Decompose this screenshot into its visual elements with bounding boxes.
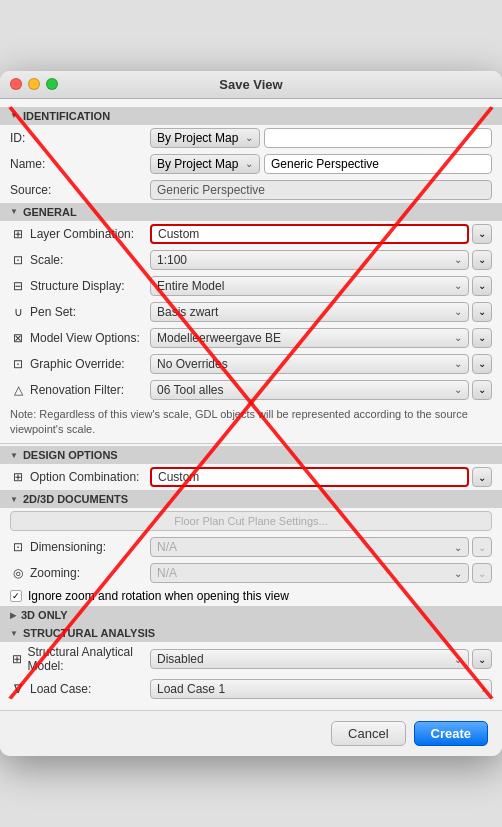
modelview-control: Modelleerweergave BE ⌄ ⌄: [150, 328, 492, 348]
zooming-row: ◎ Zooming: N/A ⌄ ⌄: [0, 560, 502, 586]
structure-control: Entire Model ⌄ ⌄: [150, 276, 492, 296]
layer-label: ⊞ Layer Combination:: [10, 227, 150, 241]
id-dropdown[interactable]: By Project Map ⌄: [150, 128, 260, 148]
dimensioning-select-group: N/A ⌄ ⌄: [150, 537, 492, 557]
modelview-dropdown[interactable]: Modelleerweergave BE ⌄: [150, 328, 469, 348]
section-triangle-identification[interactable]: ▼: [10, 111, 18, 120]
ignore-zoom-label: Ignore zoom and rotation when opening th…: [28, 589, 289, 603]
analytical-dropdown-btn[interactable]: ⌄: [472, 649, 492, 669]
chevron-down-icon: ⌄: [454, 384, 462, 395]
minimize-button[interactable]: [28, 78, 40, 90]
general-note: Note: Regardless of this view's scale, G…: [0, 403, 502, 442]
penset-row: ∪ Pen Set: Basis zwart ⌄ ⌄: [0, 299, 502, 325]
id-text-field[interactable]: [264, 128, 492, 148]
chevron-down-icon: ⌄: [454, 654, 462, 665]
graphic-dropdown[interactable]: No Overrides ⌄: [150, 354, 469, 374]
chevron-down-icon: ⌄: [454, 332, 462, 343]
create-button[interactable]: Create: [414, 721, 488, 746]
loadcase-dropdown[interactable]: Load Case 1 ›: [150, 679, 492, 699]
analytical-select-group: Disabled ⌄ ⌄: [150, 649, 492, 669]
section-design-options: ▼ DESIGN OPTIONS: [0, 446, 502, 464]
scale-dropdown-btn[interactable]: ⌄: [472, 250, 492, 270]
name-dropdown[interactable]: By Project Map ⌄: [150, 154, 260, 174]
penset-dropdown-btn[interactable]: ⌄: [472, 302, 492, 322]
renovation-dropdown[interactable]: 06 Tool alles ⌄: [150, 380, 469, 400]
structure-dropdown[interactable]: Entire Model ⌄: [150, 276, 469, 296]
floor-plan-control: Floor Plan Cut Plane Settings...: [10, 511, 492, 531]
scale-label: ⊡ Scale:: [10, 253, 150, 267]
dimensioning-control: N/A ⌄ ⌄: [150, 537, 492, 557]
dimensioning-icon: ⊡: [10, 540, 26, 554]
section-2d3d: ▼ 2D/3D DOCUMENTS: [0, 490, 502, 508]
penset-select-group: Basis zwart ⌄ ⌄: [150, 302, 492, 322]
section-triangle-3d[interactable]: ▶: [10, 611, 16, 620]
section-label-structural: STRUCTURAL ANALYSIS: [23, 627, 155, 639]
penset-control: Basis zwart ⌄ ⌄: [150, 302, 492, 322]
structure-label: ⊟ Structure Display:: [10, 279, 150, 293]
modelview-row: ⊠ Model View Options: Modelleerweergave …: [0, 325, 502, 351]
section-triangle-general[interactable]: ▼: [10, 207, 18, 216]
section-identification: ▼ IDENTIFICATION: [0, 107, 502, 125]
modelview-dropdown-btn[interactable]: ⌄: [472, 328, 492, 348]
loadcase-icon: ∇: [10, 682, 26, 696]
layer-select-group: ⌄: [150, 224, 492, 244]
ignore-zoom-checkbox[interactable]: ✓: [10, 590, 22, 602]
name-text-field[interactable]: [264, 154, 492, 174]
footer: Cancel Create: [0, 710, 502, 756]
section-general: ▼ GENERAL: [0, 203, 502, 221]
analytical-icon: ⊞: [10, 652, 24, 666]
name-control: By Project Map ⌄: [150, 154, 492, 174]
cancel-button[interactable]: Cancel: [331, 721, 405, 746]
name-row: Name: By Project Map ⌄: [0, 151, 502, 177]
analytical-dropdown[interactable]: Disabled ⌄: [150, 649, 469, 669]
zooming-dropdown: N/A ⌄: [150, 563, 469, 583]
option-dropdown-btn[interactable]: ⌄: [472, 467, 492, 487]
graphic-dropdown-btn[interactable]: ⌄: [472, 354, 492, 374]
loadcase-label: ∇ Load Case:: [10, 682, 150, 696]
section-triangle-structural[interactable]: ▼: [10, 629, 18, 638]
section-label-general: GENERAL: [23, 206, 77, 218]
titlebar: Save View: [0, 71, 502, 99]
source-row: Source:: [0, 177, 502, 203]
section-triangle-2d3d[interactable]: ▼: [10, 495, 18, 504]
zooming-control: N/A ⌄ ⌄: [150, 563, 492, 583]
id-input-group: By Project Map ⌄: [150, 128, 492, 148]
renovation-control: 06 Tool alles ⌄ ⌄: [150, 380, 492, 400]
zooming-dropdown-btn: ⌄: [472, 563, 492, 583]
divider-1: [0, 443, 502, 444]
name-label: Name:: [10, 157, 150, 171]
chevron-down-icon: ⌄: [454, 280, 462, 291]
layer-row: ⊞ Layer Combination: ⌄: [0, 221, 502, 247]
penset-dropdown[interactable]: Basis zwart ⌄: [150, 302, 469, 322]
ignore-zoom-row: ✓ Ignore zoom and rotation when opening …: [0, 586, 502, 606]
scale-select-group: 1:100 ⌄ ⌄: [150, 250, 492, 270]
structure-dropdown-btn[interactable]: ⌄: [472, 276, 492, 296]
option-select-group: ⌄: [150, 467, 492, 487]
scale-dropdown[interactable]: 1:100 ⌄: [150, 250, 469, 270]
option-field[interactable]: [150, 467, 469, 487]
scale-icon: ⊡: [10, 253, 26, 267]
layer-icon: ⊞: [10, 227, 26, 241]
layer-field[interactable]: [150, 224, 469, 244]
graphic-control: No Overrides ⌄ ⌄: [150, 354, 492, 374]
chevron-down-icon: ⌄: [454, 306, 462, 317]
floor-plan-btn: Floor Plan Cut Plane Settings...: [10, 511, 492, 531]
graphic-label: ⊡ Graphic Override:: [10, 357, 150, 371]
renovation-dropdown-btn[interactable]: ⌄: [472, 380, 492, 400]
section-structural: ▼ STRUCTURAL ANALYSIS: [0, 624, 502, 642]
section-triangle-design[interactable]: ▼: [10, 451, 18, 460]
save-view-window: Save View ▼ IDENTIFICATION ID: By Projec…: [0, 71, 502, 757]
zooming-icon: ◎: [10, 566, 26, 580]
loadcase-row: ∇ Load Case: Load Case 1 ›: [0, 676, 502, 702]
id-label: ID:: [10, 131, 150, 145]
layer-dropdown-btn[interactable]: ⌄: [472, 224, 492, 244]
chevron-down-icon: ⌄: [454, 358, 462, 369]
section-label-design: DESIGN OPTIONS: [23, 449, 118, 461]
option-row: ⊞ Option Combination: ⌄: [0, 464, 502, 490]
structure-select-group: Entire Model ⌄ ⌄: [150, 276, 492, 296]
maximize-button[interactable]: [46, 78, 58, 90]
analytical-row: ⊞ Structural Analytical Model: Disabled …: [0, 642, 502, 676]
graphic-select-group: No Overrides ⌄ ⌄: [150, 354, 492, 374]
close-button[interactable]: [10, 78, 22, 90]
renovation-row: △ Renovation Filter: 06 Tool alles ⌄ ⌄: [0, 377, 502, 403]
